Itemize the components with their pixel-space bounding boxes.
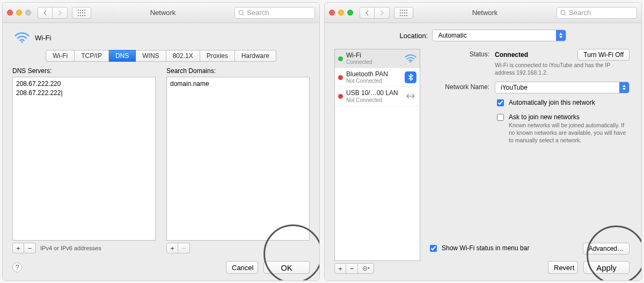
dns-servers-column: DNS Servers: 208.67.222.220208.67.222.22… bbox=[12, 67, 156, 253]
search-icon bbox=[560, 10, 567, 16]
location-popup[interactable]: Automatic bbox=[432, 30, 566, 41]
search-domains-list[interactable]: domain.name bbox=[166, 77, 310, 241]
svg-rect-5 bbox=[80, 12, 81, 13]
grid-icon bbox=[400, 10, 407, 16]
ask-join-checkbox[interactable]: Ask to join new networks Known networks … bbox=[495, 113, 630, 144]
service-bluetooth-pan[interactable]: Bluetooth PANNot Connected bbox=[335, 68, 420, 87]
bluetooth-icon bbox=[405, 71, 416, 83]
menubar-row: Show Wi-Fi status in menu bar Advanced… bbox=[428, 238, 630, 255]
svg-line-28 bbox=[565, 14, 566, 16]
grid-button[interactable] bbox=[72, 7, 91, 19]
tab-tcpip[interactable]: TCP/IP bbox=[75, 50, 109, 62]
titlebar: Network Search bbox=[325, 3, 641, 23]
service-name: USB 10/…00 LAN bbox=[346, 90, 401, 97]
tab-hardware[interactable]: Hardware bbox=[235, 50, 276, 62]
window-dns-settings: Network Search Wi-Fi Wi-FiTCP/IPDNSWINS8… bbox=[2, 2, 320, 281]
tab-wins[interactable]: WINS bbox=[136, 50, 166, 62]
window-controls bbox=[7, 10, 31, 16]
status-row: Status: Connected Turn Wi-Fi Off Wi-Fi i… bbox=[428, 49, 630, 76]
remove-domain-button[interactable]: − bbox=[178, 243, 190, 253]
revert-button[interactable]: Revert bbox=[548, 261, 578, 274]
dns-panel: DNS Servers: 208.67.222.220208.67.222.22… bbox=[12, 67, 310, 253]
add-service-button[interactable]: + bbox=[334, 263, 346, 274]
status-dot-icon bbox=[338, 75, 343, 80]
turn-wifi-off-button[interactable]: Turn Wi-Fi Off bbox=[577, 49, 630, 61]
window-network-main: Network Search Location: Automatic Wi-Fi… bbox=[324, 2, 642, 281]
detail-pane: Status: Connected Turn Wi-Fi Off Wi-Fi i… bbox=[428, 49, 632, 274]
close-window-button[interactable] bbox=[7, 10, 13, 16]
service-actions-button[interactable] bbox=[358, 263, 374, 274]
minimize-window-button[interactable] bbox=[16, 10, 22, 16]
svg-rect-20 bbox=[402, 12, 403, 13]
back-button[interactable] bbox=[38, 7, 53, 19]
grid-button[interactable] bbox=[394, 7, 413, 19]
settings-tabs: Wi-FiTCP/IPDNSWINS802.1XProxiesHardware bbox=[12, 50, 310, 62]
back-button[interactable] bbox=[360, 7, 375, 19]
svg-rect-25 bbox=[404, 15, 405, 16]
add-dns-button[interactable]: + bbox=[12, 243, 24, 253]
search-placeholder: Search bbox=[569, 9, 591, 17]
advanced-button[interactable]: Advanced… bbox=[583, 243, 630, 255]
search-domains-label: Search Domains: bbox=[166, 67, 310, 75]
auto-join-input[interactable] bbox=[497, 99, 504, 106]
tab-proxies[interactable]: Proxies bbox=[200, 50, 235, 62]
search-input[interactable]: Search bbox=[557, 7, 637, 19]
svg-rect-23 bbox=[400, 15, 401, 16]
search-domain-entry[interactable]: domain.name bbox=[170, 79, 306, 89]
dns-entry[interactable]: 208.67.222.222| bbox=[16, 89, 152, 98]
svg-rect-19 bbox=[400, 12, 401, 13]
search-icon bbox=[238, 10, 245, 16]
help-button[interactable]: ? bbox=[12, 263, 22, 272]
forward-button[interactable] bbox=[375, 7, 390, 19]
service-text: Bluetooth PANNot Connected bbox=[346, 71, 401, 84]
dns-hint: IPv4 or IPv6 addresses bbox=[40, 245, 101, 251]
minimize-window-button[interactable] bbox=[338, 10, 344, 16]
auto-join-checkbox[interactable]: Automatically join this network bbox=[495, 99, 630, 108]
tab-8021x[interactable]: 802.1X bbox=[166, 50, 200, 62]
dns-servers-list[interactable]: 208.67.222.220208.67.222.222| bbox=[12, 77, 156, 241]
remove-service-button[interactable]: − bbox=[346, 263, 358, 274]
footer: ? Cancel OK bbox=[12, 261, 310, 274]
status-description: Wi-Fi is connected to iYouTube and has t… bbox=[495, 62, 630, 76]
tab-wifi[interactable]: Wi-Fi bbox=[46, 50, 75, 62]
service-text: Wi-FiConnected bbox=[346, 52, 401, 65]
svg-rect-3 bbox=[84, 10, 85, 11]
forward-button[interactable] bbox=[53, 7, 68, 19]
svg-rect-7 bbox=[84, 12, 85, 13]
svg-rect-22 bbox=[406, 12, 407, 13]
network-name-popup[interactable]: iYouTube bbox=[495, 82, 630, 93]
search-input[interactable]: Search bbox=[235, 7, 315, 19]
dns-entry[interactable]: 208.67.222.220 bbox=[16, 79, 152, 89]
service-wi-fi[interactable]: Wi-FiConnected bbox=[335, 49, 420, 68]
location-label: Location: bbox=[400, 32, 428, 40]
zoom-window-button[interactable] bbox=[25, 10, 31, 16]
show-menubar-input[interactable] bbox=[430, 245, 437, 252]
wifi-icon bbox=[14, 32, 30, 43]
tab-dns[interactable]: DNS bbox=[109, 50, 136, 62]
grid-icon bbox=[78, 10, 85, 16]
cancel-button[interactable]: Cancel bbox=[226, 261, 258, 274]
ask-join-label: Ask to join new networks bbox=[509, 113, 580, 121]
svg-rect-9 bbox=[80, 15, 81, 16]
nav-buttons bbox=[360, 7, 390, 19]
remove-dns-button[interactable]: − bbox=[24, 243, 36, 253]
window-title: Network bbox=[96, 9, 230, 17]
status-dot-icon bbox=[338, 56, 343, 61]
close-window-button[interactable] bbox=[329, 10, 335, 16]
service-sub: Connected bbox=[346, 59, 401, 65]
ask-join-input[interactable] bbox=[497, 114, 504, 121]
apply-button[interactable]: Apply bbox=[583, 261, 630, 274]
svg-rect-17 bbox=[404, 10, 405, 11]
service-usb-10-00-lan[interactable]: USB 10/…00 LANNot Connected bbox=[335, 87, 420, 106]
service-text: USB 10/…00 LANNot Connected bbox=[346, 90, 401, 103]
zoom-window-button[interactable] bbox=[347, 10, 353, 16]
wifi-header: Wi-Fi bbox=[12, 30, 310, 50]
show-menubar-checkbox[interactable]: Show Wi-Fi status in menu bar bbox=[428, 244, 529, 253]
ok-button[interactable]: OK bbox=[264, 261, 310, 274]
network-name-row: Network Name: iYouTube Automatically joi… bbox=[428, 82, 630, 144]
svg-rect-6 bbox=[82, 12, 83, 13]
svg-rect-11 bbox=[84, 15, 85, 16]
add-domain-button[interactable]: + bbox=[166, 243, 178, 253]
service-sub: Not Connected bbox=[346, 97, 401, 103]
window-controls bbox=[329, 10, 353, 16]
